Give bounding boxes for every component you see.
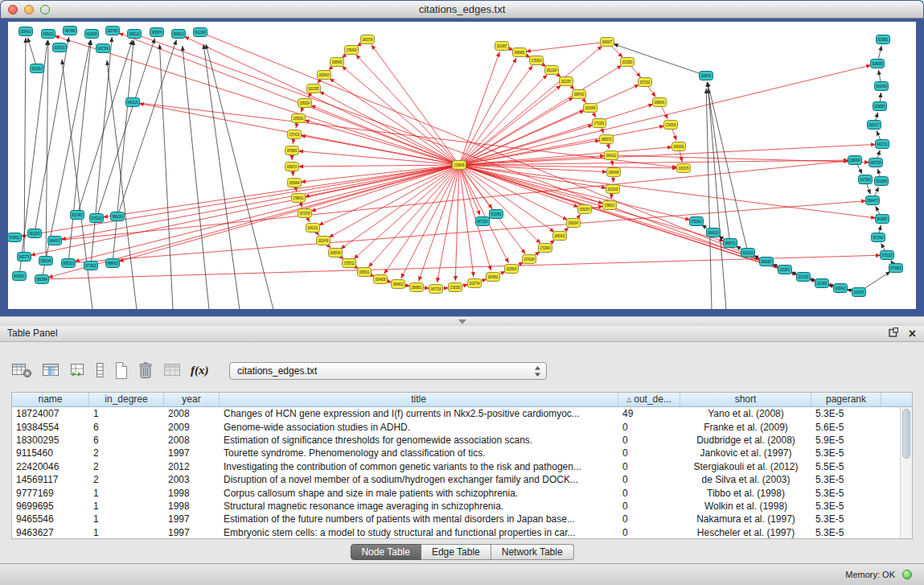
graph-node[interactable]: 10073255 [797, 273, 811, 282]
tab-network-table[interactable]: Network Table [491, 544, 574, 560]
column-header-out-de[interactable]: △out_de... [618, 393, 680, 406]
tab-edge-table[interactable]: Edge Table [421, 544, 491, 560]
graph-node[interactable]: 18063734 [361, 35, 375, 44]
graph-node[interactable]: 10019671 [778, 266, 792, 274]
column-header-name[interactable]: name [12, 393, 89, 406]
graph-node[interactable]: 9467880 [64, 27, 77, 35]
close-window-button[interactable] [8, 5, 18, 14]
graph-node[interactable]: 9750342 [690, 217, 704, 226]
column-header-in-degree[interactable]: in_degree [89, 393, 164, 406]
delete-columns-icon[interactable] [138, 361, 154, 380]
graph-node[interactable]: 9705228 [90, 214, 104, 223]
graph-node[interactable]: 17529903 [539, 244, 552, 253]
graph-node[interactable]: 15069464 [288, 179, 302, 187]
graph-node[interactable]: 10180423 [834, 284, 848, 293]
table-row[interactable]: 1872400712008Changes of HCN gene express… [12, 407, 900, 420]
graph-node[interactable]: 18663412 [553, 232, 567, 241]
graph-node[interactable]: 9401125 [126, 98, 140, 107]
graph-node[interactable]: 9356221 [42, 30, 55, 39]
graph-node[interactable]: 9812260 [28, 229, 42, 238]
close-panel-icon[interactable]: × [909, 327, 916, 341]
graph-node[interactable]: 18540077 [601, 38, 614, 47]
minimize-window-button[interactable] [24, 5, 34, 14]
graph-node[interactable]: 9912303 [741, 249, 755, 257]
graph-node[interactable]: 17888210 [603, 201, 617, 210]
graph-node[interactable]: 9118335 [85, 30, 99, 39]
graph-node[interactable]: 9508213 [172, 30, 186, 39]
panel-divider[interactable] [0, 316, 924, 326]
window-titlebar[interactable]: citations_edges.txt [1, 1, 923, 19]
row-options-icon[interactable] [96, 361, 105, 379]
graph-node[interactable]: 9323410 [31, 64, 44, 73]
table-row[interactable]: 2242004622012Investigating the contribut… [12, 460, 900, 473]
graph-node[interactable]: 9287456 [106, 27, 120, 35]
graph-node[interactable]: 9457305 [869, 159, 883, 167]
graph-node[interactable]: 19404122 [605, 151, 618, 160]
graph-node[interactable]: 19221557 [560, 77, 573, 86]
graph-node[interactable]: 19082647 [567, 219, 581, 228]
table-row[interactable]: 977716911998Corpus callosum shape and si… [12, 486, 900, 499]
table-row[interactable]: 911546021997Tourette syndrome. Phenomeno… [12, 447, 900, 459]
graph-node[interactable]: 15893044 [848, 156, 862, 165]
table-scrollbar[interactable] [900, 407, 912, 538]
graph-node[interactable]: 9804126 [707, 229, 721, 237]
graph-node[interactable]: 9510889 [875, 177, 889, 186]
graph-node[interactable]: 18295433 [318, 71, 331, 80]
graph-node[interactable]: 9390112 [128, 30, 142, 39]
graph-node[interactable]: 17702091 [593, 119, 606, 128]
graph-node[interactable]: 17240518 [664, 121, 678, 130]
table-settings-icon[interactable] [11, 361, 32, 379]
graph-node[interactable]: 16055361 [292, 114, 306, 123]
graph-node[interactable]: 9644317 [48, 237, 62, 245]
graph-node[interactable]: 18112224 [545, 66, 559, 75]
table-row[interactable]: 946362711997Embryonic stem cells: a mode… [12, 526, 900, 538]
graph-node[interactable]: 19565321 [358, 268, 372, 277]
function-builder-icon[interactable]: f(x) [191, 364, 209, 377]
show-hide-columns-icon[interactable] [41, 361, 60, 379]
column-header-short[interactable]: short [680, 393, 811, 406]
graph-node[interactable]: 9858710 [724, 239, 737, 248]
graph-node[interactable]: 17885411 [292, 194, 306, 203]
graph-node[interactable]: 17353420 [530, 56, 544, 65]
import-table-icon[interactable] [162, 361, 182, 379]
graph-node[interactable]: 9189385 [871, 60, 885, 68]
float-panel-icon[interactable] [889, 327, 898, 342]
graph-node[interactable]: 9612345 [194, 28, 207, 37]
graph-node[interactable]: 15544068 [607, 168, 621, 177]
graph-node[interactable]: 15456784 [329, 249, 343, 257]
graph-node[interactable]: 17574216 [288, 130, 302, 139]
table-row[interactable]: 946554611997Estimation of the future num… [12, 513, 900, 525]
graph-node[interactable]: 9677254 [476, 217, 490, 226]
graph-node[interactable]: 9888415 [106, 259, 120, 268]
column-header-pagerank[interactable]: pagerank [811, 393, 881, 406]
graph-node[interactable]: 18234745 [317, 237, 331, 245]
graph-node[interactable]: 9564473 [866, 196, 880, 205]
graph-node[interactable]: 18856733 [600, 135, 614, 144]
zoom-window-button[interactable] [40, 5, 50, 14]
graph-node[interactable]: 19125503 [621, 58, 634, 67]
graph-node[interactable]: 9403721 [876, 140, 889, 149]
graph-node[interactable]: 18798002 [285, 146, 299, 155]
graph-node[interactable]: 15673322 [639, 78, 652, 87]
graph-node[interactable]: 19478810 [487, 273, 500, 282]
graph-node[interactable]: 16741188 [523, 255, 536, 264]
graph-node[interactable]: 18444510 [392, 280, 405, 289]
graph-node[interactable]: 9156702 [53, 43, 67, 52]
graph-node[interactable]: 18050062 [672, 142, 686, 151]
graph-node[interactable]: 17554300 [345, 46, 359, 55]
column-header-title[interactable]: title [220, 393, 618, 406]
graph-node[interactable]: 16477209 [429, 285, 443, 294]
table-selector[interactable]: citations_edges.txt [229, 362, 547, 380]
table-row[interactable]: 1938455462009Genome-wide association stu… [12, 420, 900, 433]
graph-node[interactable]: 16890041 [653, 98, 667, 107]
graph-node[interactable]: 17055722 [343, 259, 356, 268]
graph-node[interactable]: 9583049 [39, 257, 53, 266]
graph-node[interactable]: 16333405 [584, 104, 598, 113]
graph-node[interactable]: 19331976 [677, 164, 691, 173]
graph-node[interactable]: 16172518 [859, 175, 873, 184]
graph-node[interactable]: 9725225 [881, 251, 894, 260]
tab-node-table[interactable]: Node Table [350, 544, 421, 560]
graph-node[interactable]: 9435067 [13, 272, 27, 281]
column-header-year[interactable]: year [164, 393, 220, 406]
graph-node[interactable]: 15987413 [573, 90, 586, 99]
